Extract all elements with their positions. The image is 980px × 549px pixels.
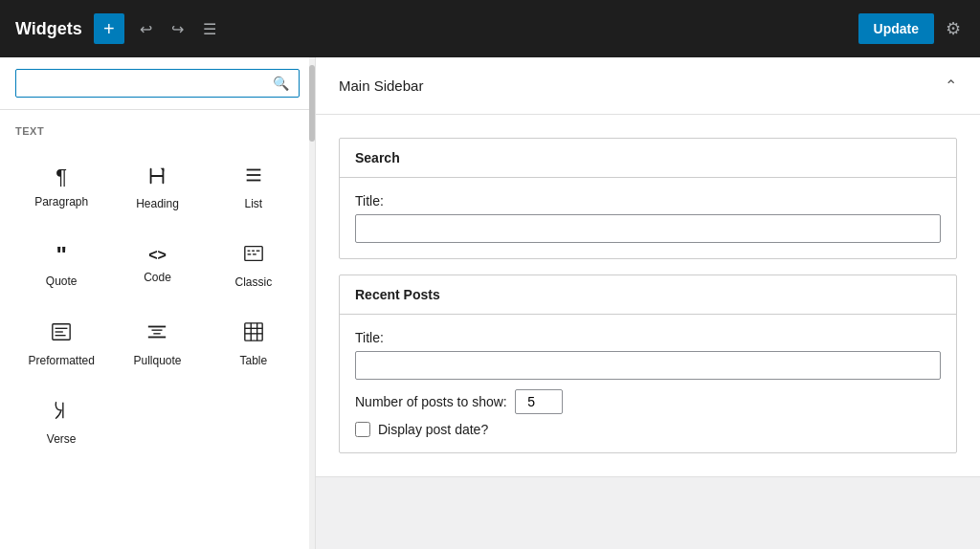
list-view-icon: ☰ <box>203 20 216 38</box>
paragraph-label: Paragraph <box>34 195 88 209</box>
widget-item-quote[interactable]: " Quote <box>15 227 107 301</box>
widget-item-pullquote[interactable]: Pullquote <box>111 305 203 380</box>
search-title-input[interactable] <box>355 214 941 243</box>
recent-posts-widget-title: Recent Posts <box>340 275 956 315</box>
redo-button[interactable]: ↪ <box>167 16 188 42</box>
list-icon <box>243 165 264 189</box>
display-post-date-checkbox[interactable] <box>355 422 370 437</box>
recent-posts-widget-card: Recent Posts Title: Number of posts to s… <box>339 274 957 453</box>
main-sidebar-title: Main Sidebar <box>339 77 423 94</box>
svg-rect-4 <box>245 247 262 261</box>
main-sidebar-header: Main Sidebar ⌃ <box>316 57 980 115</box>
add-block-button[interactable]: + <box>94 13 124 44</box>
preformatted-label: Preformatted <box>28 354 94 367</box>
widgets-sidebar-panel: 🔍 TEXT ¶ Paragraph <box>0 57 316 549</box>
undo-icon: ↩ <box>140 20 152 38</box>
widget-item-list[interactable]: List <box>208 148 300 223</box>
verse-icon <box>51 400 72 425</box>
widget-item-verse[interactable]: Verse <box>15 384 107 458</box>
header-right: Update ⚙ <box>858 13 965 44</box>
collapse-sidebar-button[interactable]: ⌃ <box>945 77 957 95</box>
widget-item-table[interactable]: Table <box>208 305 300 380</box>
pullquote-icon <box>146 321 167 346</box>
verse-label: Verse <box>47 432 77 446</box>
search-title-label: Title: <box>355 193 941 209</box>
search-icon: 🔍 <box>273 76 289 91</box>
main-layout: 🔍 TEXT ¶ Paragraph <box>0 57 980 549</box>
block-search-input[interactable] <box>26 76 273 91</box>
widgets-list: TEXT ¶ Paragraph Heading <box>0 110 315 549</box>
heading-icon <box>146 165 167 189</box>
main-sidebar-body: Search Title: Recent Posts Title: Number… <box>316 115 980 476</box>
widget-item-code[interactable]: <> Code <box>111 227 203 301</box>
quote-icon: " <box>56 244 66 267</box>
update-button[interactable]: Update <box>858 13 934 44</box>
plus-icon: + <box>103 18 115 40</box>
content-area: Main Sidebar ⌃ Search Title: Recent <box>316 57 980 549</box>
recent-posts-title-label: Title: <box>355 330 941 345</box>
main-sidebar-section: Main Sidebar ⌃ Search Title: Recent <box>316 57 980 477</box>
display-post-date-label: Display post date? <box>378 422 488 437</box>
widget-item-classic[interactable]: Classic <box>208 227 300 301</box>
search-widget-card: Search Title: <box>339 138 957 259</box>
recent-posts-title-input[interactable] <box>355 351 941 380</box>
chevron-up-icon: ⌃ <box>945 77 957 94</box>
widget-grid: ¶ Paragraph Heading <box>15 148 300 458</box>
gear-icon: ⚙ <box>946 19 961 38</box>
app-header: Widgets + ↩ ↪ ☰ Update ⚙ <box>0 0 980 57</box>
scrollbar-track <box>309 57 315 549</box>
pullquote-label: Pullquote <box>133 354 181 367</box>
display-post-date-row: Display post date? <box>355 422 941 437</box>
code-icon: <> <box>148 248 167 263</box>
undo-button[interactable]: ↩ <box>136 16 156 42</box>
widget-item-preformatted[interactable]: Preformatted <box>15 305 107 380</box>
number-of-posts-label: Number of posts to show: <box>355 394 507 409</box>
widget-item-heading[interactable]: Heading <box>111 148 203 223</box>
table-icon <box>243 321 264 346</box>
number-of-posts-input[interactable] <box>515 389 563 414</box>
redo-icon: ↪ <box>171 20 184 38</box>
settings-button[interactable]: ⚙ <box>942 14 965 43</box>
classic-label: Classic <box>234 275 272 289</box>
table-label: Table <box>239 354 267 367</box>
heading-label: Heading <box>136 197 179 210</box>
page-title: Widgets <box>15 19 82 39</box>
list-view-button[interactable]: ☰ <box>199 16 220 42</box>
search-widget-body: Title: <box>340 178 956 258</box>
preformatted-icon <box>51 321 72 346</box>
text-section-label: TEXT <box>15 125 300 137</box>
block-search-area: 🔍 <box>0 57 315 110</box>
block-search-wrapper: 🔍 <box>15 69 300 98</box>
scrollbar-thumb[interactable] <box>309 65 315 142</box>
svg-rect-18 <box>245 323 262 340</box>
paragraph-icon: ¶ <box>56 166 67 187</box>
search-widget-title: Search <box>340 139 956 178</box>
widget-item-paragraph[interactable]: ¶ Paragraph <box>15 148 107 223</box>
quote-label: Quote <box>46 274 78 288</box>
list-label: List <box>244 197 262 210</box>
number-of-posts-row: Number of posts to show: <box>355 389 941 414</box>
header-left: Widgets + ↩ ↪ ☰ <box>15 13 220 44</box>
classic-icon <box>243 243 264 268</box>
recent-posts-widget-body: Title: Number of posts to show: Display … <box>340 315 956 452</box>
code-label: Code <box>144 271 171 284</box>
